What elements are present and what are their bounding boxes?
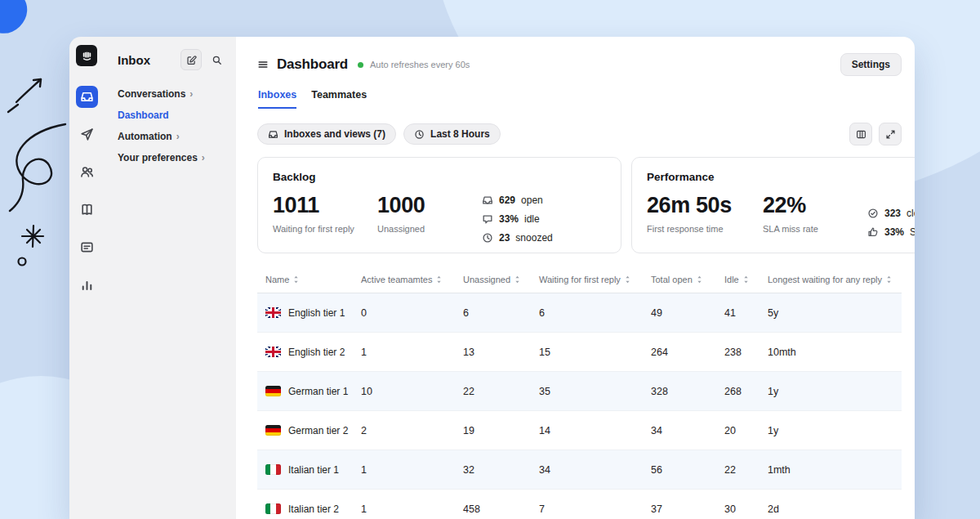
- rail-item-inbox[interactable]: [76, 86, 98, 108]
- backlog-metrics: 1011 Waiting for first reply 1000 Unassi…: [273, 195, 606, 244]
- stat-snoozed: 23 snoozed: [482, 232, 606, 244]
- cell-waiting: 35: [539, 386, 651, 397]
- stat-label: snoozed: [515, 232, 552, 244]
- column-header-idle[interactable]: Idle: [724, 275, 768, 284]
- cell-longest-waiting: 2d: [768, 503, 893, 515]
- inbox-name: Italian tier 2: [288, 503, 339, 515]
- app-window: Inbox Conversations ›: [69, 37, 915, 519]
- check-circle-icon: [867, 208, 879, 219]
- backlog-card-title: Backlog: [273, 171, 606, 183]
- table-row[interactable]: Italian tier 2 1 458 7 37 30 2d: [257, 490, 902, 519]
- cell-unassigned: 6: [463, 307, 539, 319]
- sort-icon: [886, 275, 892, 284]
- stat-idle: 33% idle: [482, 213, 606, 225]
- rail-item-contacts[interactable]: [76, 161, 98, 183]
- performance-metrics: 26m 50s First response time 22% SLA miss…: [647, 195, 915, 239]
- intercom-logo[interactable]: [76, 45, 97, 66]
- column-header-longest-waiting[interactable]: Longest waiting for any reply: [768, 275, 893, 284]
- table-row[interactable]: German tier 1 10 22 35 328 268 1y: [257, 372, 902, 411]
- doodle-arrow-line: [16, 79, 41, 102]
- sidebar-title: Inbox: [118, 53, 180, 67]
- stat-value: 33%: [884, 226, 904, 238]
- inbox-name: Italian tier 1: [288, 464, 339, 476]
- inboxes-and-views-filter[interactable]: Inboxes and views (7): [257, 123, 396, 145]
- table-row[interactable]: English tier 2 1 13 15 264 238 10mth: [257, 333, 902, 372]
- tab-teammates[interactable]: Teammates: [311, 89, 367, 109]
- metric-waiting-first-reply: 1011 Waiting for first reply: [273, 195, 377, 244]
- stat-value: 323: [884, 208, 901, 219]
- time-filter-label: Last 8 Hours: [430, 128, 490, 140]
- cell-longest-waiting: 1mth: [768, 464, 893, 476]
- column-header-unassigned[interactable]: Unassigned: [463, 275, 539, 284]
- cell-total-open: 49: [651, 307, 724, 319]
- sidebar-item-automation[interactable]: Automation ›: [104, 126, 236, 147]
- flag-icon: [265, 347, 281, 357]
- main-header: Dashboard Auto refreshes every 60s Setti…: [236, 37, 915, 76]
- search-button[interactable]: [207, 50, 226, 69]
- stat-label: Satisfaction: [910, 226, 915, 238]
- cell-waiting: 14: [539, 425, 651, 436]
- table-header-row: Name Active teamamtes Unassigned Waiting…: [257, 266, 902, 293]
- column-header-active-teammates[interactable]: Active teamamtes: [361, 275, 463, 284]
- column-header-total-open[interactable]: Total open: [651, 275, 724, 284]
- expand-button[interactable]: [879, 123, 902, 145]
- inbox-icon: [482, 195, 493, 206]
- performance-card: Performance 26m 50s First response time …: [631, 157, 915, 253]
- flag-icon: [265, 425, 281, 436]
- column-header-waiting-for-first-reply[interactable]: Waiting for first reply: [539, 275, 651, 284]
- cell-unassigned: 458: [463, 503, 539, 515]
- flag-icon: [265, 503, 281, 514]
- stat-closed: 323 closed: [867, 208, 915, 219]
- bar-chart-icon: [80, 278, 94, 292]
- flag-icon: [265, 386, 281, 396]
- paper-plane-icon: [80, 128, 94, 141]
- metric-value: 22%: [763, 195, 867, 217]
- collapse-sidebar-button[interactable]: [257, 59, 269, 70]
- table-row[interactable]: Italian tier 1 1 32 34 56 22 1mth: [257, 450, 902, 490]
- cell-waiting: 34: [539, 464, 651, 476]
- inboxes-table: Name Active teamamtes Unassigned Waiting…: [257, 266, 902, 519]
- backlog-card: Backlog 1011 Waiting for first reply 100…: [257, 157, 621, 253]
- cell-active-teammates: 1: [361, 503, 463, 515]
- chevron-right-icon: ›: [202, 153, 205, 163]
- sidebar-item-dashboard[interactable]: Dashboard: [104, 105, 236, 126]
- table-row[interactable]: English tier 1 0 6 6 49 41 5y: [257, 293, 902, 333]
- cell-unassigned: 13: [463, 347, 539, 358]
- sidebar-items: Conversations › Dashboard Automation › Y…: [104, 83, 236, 168]
- doodle-squiggle: [10, 124, 65, 211]
- cell-active-teammates: 2: [361, 425, 463, 436]
- rail-item-reports[interactable]: [76, 274, 98, 296]
- cell-total-open: 34: [651, 425, 724, 436]
- sidebar-item-conversations[interactable]: Conversations ›: [104, 83, 236, 105]
- settings-button[interactable]: Settings: [840, 53, 902, 76]
- tabs: Inboxes Teammates: [236, 89, 915, 109]
- rail-item-tickets[interactable]: [76, 236, 98, 258]
- time-range-filter[interactable]: Last 8 Hours: [403, 123, 501, 145]
- inbox-name: English tier 1: [288, 307, 345, 319]
- metric-value: 1000: [377, 195, 482, 217]
- rail-item-outbound[interactable]: [76, 123, 98, 145]
- metric-unassigned: 1000 Unassigned: [377, 195, 482, 244]
- sidebar-item-your-preferences[interactable]: Your preferences ›: [104, 147, 236, 168]
- icon-rail: [69, 37, 104, 519]
- performance-stats: 323 closed 33% Satisfaction: [867, 195, 915, 239]
- compose-button[interactable]: [180, 49, 202, 70]
- sidebar: Inbox Conversations ›: [104, 37, 236, 519]
- cell-active-teammates: 1: [361, 347, 463, 358]
- column-header-name[interactable]: Name: [265, 275, 361, 284]
- metric-sla-miss-rate: 22% SLA miss rate: [763, 195, 867, 239]
- table-row[interactable]: German tier 2 2 19 14 34 20 1y: [257, 411, 902, 450]
- main-content: Dashboard Auto refreshes every 60s Setti…: [236, 37, 915, 519]
- sort-icon: [293, 275, 299, 284]
- doodle-sparkle: [22, 226, 43, 247]
- cell-active-teammates: 1: [361, 464, 463, 476]
- cell-waiting: 15: [539, 347, 651, 358]
- tab-inboxes[interactable]: Inboxes: [258, 89, 296, 109]
- columns-button[interactable]: [849, 123, 872, 145]
- stat-label: closed: [906, 208, 915, 219]
- doodle-circle: [19, 258, 26, 266]
- rail-item-knowledge[interactable]: [76, 199, 98, 221]
- cell-active-teammates: 10: [361, 386, 463, 397]
- search-icon: [212, 55, 222, 65]
- metric-label: First response time: [647, 224, 763, 234]
